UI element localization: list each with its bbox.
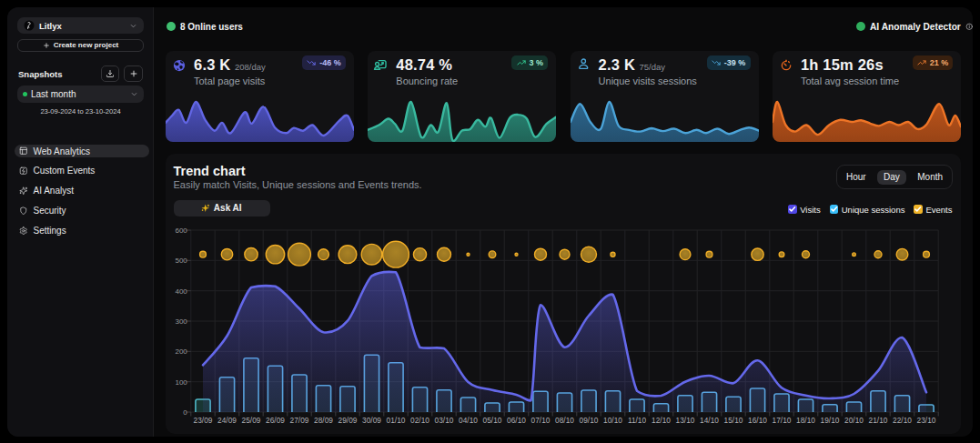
svg-text:16/10: 16/10	[748, 416, 767, 425]
svg-text:10/10: 10/10	[603, 416, 622, 425]
svg-text:25/09: 25/09	[242, 416, 261, 425]
svg-text:06/10: 06/10	[507, 416, 526, 425]
svg-text:600: 600	[175, 227, 187, 235]
svg-text:13/10: 13/10	[676, 416, 695, 425]
svg-text:22/10: 22/10	[893, 416, 912, 425]
svg-text:24/09: 24/09	[217, 416, 237, 425]
svg-text:11/10: 11/10	[628, 416, 647, 425]
svg-text:02/10: 02/10	[410, 416, 429, 425]
svg-text:20/10: 20/10	[844, 416, 864, 425]
svg-text:26/09: 26/09	[266, 416, 285, 425]
svg-text:30/09: 30/09	[362, 416, 381, 425]
svg-text:12/10: 12/10	[652, 416, 671, 425]
svg-text:09/10: 09/10	[580, 416, 599, 425]
svg-text:28/09: 28/09	[314, 416, 333, 425]
svg-text:17/10: 17/10	[773, 416, 792, 425]
svg-text:19/10: 19/10	[821, 416, 840, 425]
svg-text:08/10: 08/10	[555, 416, 574, 425]
svg-text:05/10: 05/10	[483, 416, 502, 425]
svg-text:200: 200	[175, 347, 187, 356]
svg-text:21/10: 21/10	[869, 416, 888, 425]
svg-text:03/10: 03/10	[435, 416, 454, 425]
svg-text:07/10: 07/10	[531, 416, 551, 425]
svg-text:15/10: 15/10	[724, 416, 743, 425]
svg-text:300: 300	[175, 317, 187, 326]
svg-text:23/09: 23/09	[194, 416, 213, 425]
svg-text:27/09: 27/09	[290, 416, 309, 425]
svg-text:18/10: 18/10	[796, 416, 815, 425]
svg-text:01/10: 01/10	[387, 416, 406, 425]
svg-text:29/09: 29/09	[338, 416, 358, 425]
svg-text:100: 100	[175, 378, 187, 387]
svg-text:23/10: 23/10	[917, 416, 936, 425]
svg-text:0: 0	[183, 408, 187, 417]
svg-text:400: 400	[175, 287, 187, 296]
svg-text:500: 500	[175, 257, 187, 265]
svg-text:04/10: 04/10	[459, 416, 478, 425]
svg-text:14/10: 14/10	[700, 416, 719, 425]
